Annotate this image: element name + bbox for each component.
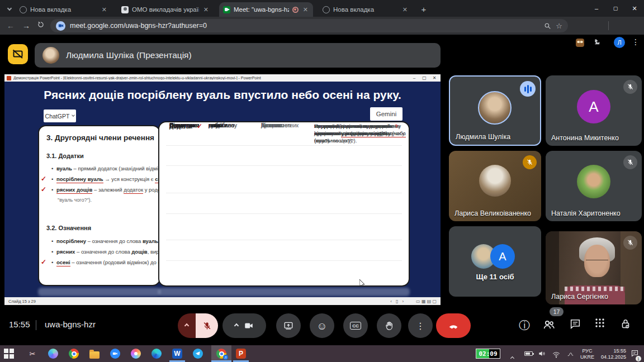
info-button[interactable]: ⓘ [519, 318, 530, 333]
chat-button[interactable] [569, 318, 581, 330]
notification-center-button[interactable]: 1 [631, 349, 639, 360]
mic-muted-state[interactable] [196, 313, 218, 338]
profile-avatar[interactable]: Л [614, 37, 625, 48]
browser-tab-1[interactable]: Нова вкладка ✕ [16, 2, 112, 17]
mouse-cursor [359, 279, 365, 287]
tab-title: Meet: "uwa-bgns-hzr" [234, 6, 289, 13]
tab-close-icon[interactable]: ✕ [401, 6, 409, 13]
paint-icon[interactable] [130, 348, 141, 359]
browser-menu-icon[interactable]: ⋮ [632, 37, 640, 46]
omo-favicon [121, 6, 129, 13]
tab-close-icon[interactable]: ✕ [202, 6, 210, 13]
window-maximize-button[interactable]: ▢ [606, 0, 625, 17]
new-tab-button[interactable]: + [418, 3, 429, 15]
start-button[interactable] [3, 348, 15, 359]
bullet-icon: • [51, 249, 53, 255]
url-bar[interactable]: meet.google.com/uwa-bgns-hzr?authuser=0 … [50, 19, 568, 32]
ppt-close-button[interactable]: ✕ [430, 75, 438, 80]
forward-button[interactable]: → [20, 21, 32, 31]
reload-button[interactable] [35, 21, 47, 31]
tile-antonina-mykytenko[interactable]: А Антонина Микитенко [546, 75, 642, 146]
tile-larysa-sergienko[interactable]: Лариса Сергієнко [546, 231, 642, 304]
extensions-puzzle-icon[interactable] [593, 39, 601, 49]
battery-icon[interactable] [524, 351, 533, 356]
tile-more-people[interactable]: А Ще 11 осіб [449, 226, 541, 297]
battery-timer-widget[interactable]: 02:09 [476, 349, 500, 359]
browser-toolbar: ← → meet.google.com/uwa-bgns-hzr?authuse… [0, 17, 644, 35]
browser-tab-2[interactable]: ОМО викладачів української ✕ [117, 2, 214, 17]
bookmark-star-icon[interactable]: ☆ [556, 22, 562, 30]
gemini-chip: Gemini [370, 107, 402, 121]
copilot-icon[interactable] [48, 348, 59, 359]
divider [36, 320, 36, 330]
raised-hand-icon [384, 321, 394, 331]
avatar [479, 165, 511, 197]
ppt-view-buttons[interactable]: ▭ ▦ ▤ ▢ [416, 299, 437, 304]
chrome-icon[interactable] [68, 348, 79, 359]
bullet-item: • рясних – означення до слова дощів, вир… [39, 249, 160, 257]
ppt-maximize-button[interactable]: ▢ [420, 75, 428, 80]
clock-date[interactable]: 15:55 04.12.2025 [597, 348, 626, 360]
tab-close-icon[interactable]: ✕ [302, 6, 309, 13]
tab-close-icon[interactable]: ✕ [101, 6, 108, 13]
telegram-icon[interactable] [192, 348, 203, 359]
present-button[interactable] [276, 313, 301, 338]
window-minimize-button[interactable]: – [587, 0, 606, 17]
powerpoint-icon [7, 76, 11, 80]
tray-date: 04.12.2025 [597, 354, 626, 360]
zoom-page-icon[interactable] [544, 22, 551, 30]
tile-lyudmila-shulika[interactable]: Людмила Шуліка [449, 75, 541, 146]
tile-natalia-kharytonenko[interactable]: Наталія Харитоненко [546, 151, 642, 221]
next-slide-button[interactable]: › [402, 299, 404, 304]
slide-counter: Слайд 15 з 29 [8, 299, 386, 304]
reload-icon [37, 21, 45, 28]
browser-tab-4[interactable]: Нова вкладка ✕ [319, 2, 413, 17]
browser-tab-meet-active[interactable]: Meet: "uwa-bgns-hzr" ✕ [219, 2, 313, 17]
language-indicator[interactable]: РУС UKRE [580, 348, 594, 360]
chevron-down-icon [7, 6, 12, 11]
word-icon[interactable]: W [172, 348, 183, 359]
snipping-tool-icon[interactable]: ✂ [27, 348, 38, 359]
windows-ink-pen-icon[interactable] [567, 350, 574, 360]
people-button[interactable] [542, 318, 556, 331]
back-button[interactable]: ← [4, 21, 17, 31]
slide-box-icon: ▯ [396, 299, 398, 304]
powerpoint-icon[interactable]: P [235, 348, 247, 359]
reactions-button[interactable]: ☺ [310, 313, 334, 338]
wifi-icon[interactable] [552, 350, 560, 360]
mic-toggle-button[interactable] [178, 313, 218, 338]
extension-owl-icon[interactable] [576, 39, 584, 47]
keyboard-layout: РУС [580, 348, 594, 354]
raise-hand-button[interactable] [377, 313, 401, 338]
chevron-up-icon [234, 323, 239, 328]
section-3-1-title: 3.1. Додатки [46, 153, 84, 159]
captions-button[interactable]: CC [343, 313, 368, 338]
grid-icon [595, 318, 605, 328]
zoom-icon[interactable] [110, 348, 121, 359]
presentation-warning-button[interactable] [8, 44, 28, 64]
tab-search-button[interactable] [4, 4, 15, 13]
ppt-minimize-button[interactable]: – [410, 75, 418, 80]
mic-options[interactable] [178, 313, 196, 338]
tab-title: Нова вкладка [333, 6, 398, 13]
tray-expand-button[interactable] [511, 352, 514, 362]
camera-toggle-button[interactable] [222, 313, 266, 338]
chrome-profile-icon[interactable]: Л [216, 348, 227, 359]
cc-icon: CC [350, 322, 361, 330]
end-call-button[interactable] [436, 313, 471, 338]
smiley-icon: ☺ [316, 321, 327, 331]
host-controls-button[interactable] [619, 318, 632, 330]
tile-larysa-velykoivanenko[interactable]: Лариса Великоіваненко [449, 151, 541, 221]
previous-slide-button[interactable]: ‹ [390, 299, 392, 304]
activities-button[interactable] [595, 318, 605, 328]
ppt-window-title: Демонстрація PowerPoint - [Elektronni-os… [13, 76, 408, 80]
shared-powerpoint-window: Демонстрація PowerPoint - [Elektronni-os… [4, 74, 441, 305]
file-explorer-icon[interactable] [89, 348, 100, 359]
bullet-icon: • [51, 238, 53, 244]
more-options-button[interactable]: ⋮ [408, 313, 433, 338]
speaker-icon[interactable] [538, 350, 546, 360]
url-text[interactable]: meet.google.com/uwa-bgns-hzr?authuser=0 [70, 22, 539, 30]
mic-off-icon [623, 236, 637, 250]
edge-icon[interactable] [151, 348, 162, 359]
window-close-button[interactable]: ✕ [625, 0, 644, 17]
